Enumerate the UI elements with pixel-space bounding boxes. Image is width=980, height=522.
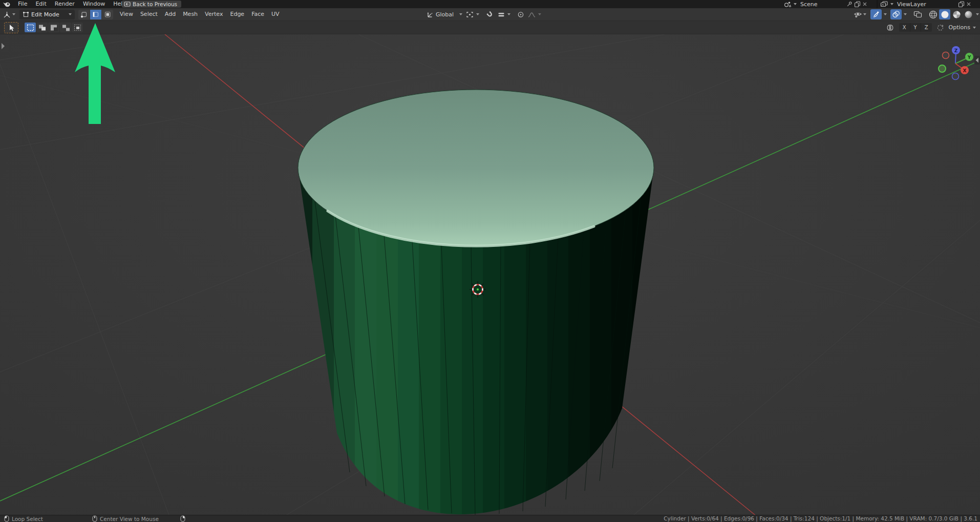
viewlayer-selector: ViewLayer — [878, 0, 980, 8]
mirror-z-toggle[interactable]: Z — [921, 23, 932, 32]
left-mouse-icon — [4, 515, 9, 522]
menu-edge[interactable]: Edge — [226, 8, 248, 20]
overlays-caret[interactable] — [904, 13, 907, 15]
back-to-previous-button[interactable]: Back to Previous — [122, 1, 181, 8]
gizmo-neg-z-ball[interactable] — [952, 73, 959, 80]
show-hide-dropdown[interactable] — [853, 9, 867, 19]
editor-type-button[interactable] — [3, 11, 15, 18]
select-set-icon — [26, 24, 35, 32]
pivot-point-dropdown[interactable] — [466, 11, 479, 18]
active-tool-button[interactable] — [4, 22, 18, 33]
tool-settings-bar: X Y Z Options — [0, 21, 980, 34]
gizmo-y-label: Y — [967, 55, 971, 60]
gizmos-icon — [872, 11, 880, 18]
menu-render[interactable]: Render — [51, 0, 79, 8]
rendered-shading-icon — [964, 10, 973, 19]
scene-name[interactable]: Scene — [800, 1, 818, 8]
remove-viewlayer-icon[interactable] — [966, 2, 971, 7]
mirror-axis-toggles: X Y Z — [899, 23, 932, 32]
viewlayer-icon[interactable] — [880, 1, 888, 7]
mirror-icon[interactable] — [886, 24, 894, 31]
mode-label: Edit Mode — [31, 11, 59, 18]
new-viewlayer-icon[interactable] — [958, 1, 965, 7]
sidebar-expand-arrow[interactable] — [974, 56, 980, 65]
menu-edit[interactable]: Edit — [31, 0, 50, 8]
gizmo-z-label: Z — [954, 48, 958, 53]
select-extend-mode-button[interactable] — [36, 23, 48, 32]
middle-mouse-icon — [92, 515, 97, 522]
menu-uv[interactable]: UV — [268, 8, 283, 20]
mode-caret — [69, 13, 72, 15]
wireframe-icon — [929, 10, 938, 19]
menu-select[interactable]: Select — [137, 8, 161, 20]
select-subtract-mode-button[interactable] — [48, 23, 59, 32]
select-mode-options — [25, 23, 83, 32]
select-invert-mode-button[interactable] — [60, 23, 71, 32]
menu-file[interactable]: File — [14, 0, 31, 8]
menu-view[interactable]: View — [116, 8, 137, 20]
blender-logo-icon[interactable] — [3, 1, 11, 8]
gizmos-caret[interactable] — [884, 13, 887, 15]
xray-toggle[interactable] — [912, 9, 923, 19]
proportional-editing-icon[interactable] — [517, 11, 524, 18]
gizmo-neg-x-ball[interactable] — [943, 52, 949, 59]
snap-target-icon[interactable] — [498, 11, 505, 18]
viewlayer-dropdown-caret[interactable] — [890, 3, 893, 5]
select-intersect-mode-button[interactable] — [72, 23, 83, 32]
solid-shading-icon — [941, 10, 949, 19]
shading-rendered-button[interactable] — [963, 9, 974, 19]
options-label: Options — [949, 24, 970, 31]
overlays-toggle[interactable] — [890, 9, 902, 19]
hint-label: Loop Select — [12, 516, 43, 522]
viewport-menus: View Select Add Mesh Vertex Edge Face UV — [116, 8, 283, 20]
pivot-point-icon — [466, 11, 474, 18]
menu-vertex[interactable]: Vertex — [201, 8, 226, 20]
mirror-y-toggle[interactable]: Y — [910, 23, 921, 32]
face-select-icon — [103, 11, 111, 18]
xray-icon — [913, 11, 922, 18]
statusbar-hint-center-view: Center View to Mouse — [92, 515, 159, 522]
menu-mesh[interactable]: Mesh — [179, 8, 201, 20]
edge-select-button[interactable] — [90, 10, 101, 19]
viewport-3d[interactable]: Z Y X — [0, 0, 980, 522]
orientation-label: Global — [436, 11, 454, 18]
proportional-falloff-icon[interactable] — [528, 11, 536, 18]
pin-icon[interactable] — [846, 1, 853, 7]
scene-icon[interactable] — [784, 1, 791, 7]
options-dropdown[interactable]: Options — [949, 24, 976, 31]
face-select-button[interactable] — [102, 10, 113, 19]
new-scene-icon[interactable] — [854, 1, 861, 7]
editor-3d-viewport-icon — [3, 11, 11, 18]
cursor-3d[interactable] — [470, 281, 486, 298]
viewlayer-name[interactable]: ViewLayer — [897, 1, 926, 8]
menu-add[interactable]: Add — [161, 8, 179, 20]
statusbar-hint-loop-select: Loop Select — [4, 515, 43, 522]
shading-caret[interactable] — [976, 13, 979, 15]
gizmos-toggle[interactable] — [870, 9, 882, 19]
scene-dropdown-caret[interactable] — [794, 3, 797, 5]
select-intersect-icon — [73, 24, 82, 32]
mirror-x-toggle[interactable]: X — [899, 23, 910, 32]
back-to-previous-label: Back to Previous — [133, 1, 177, 7]
edit-mode-icon — [23, 11, 29, 17]
select-extend-icon — [37, 24, 47, 32]
transform-orientation-dropdown[interactable]: Global — [427, 11, 462, 18]
shading-material-button[interactable] — [951, 9, 962, 19]
correct-face-attributes-icon[interactable] — [936, 24, 944, 31]
menu-face[interactable]: Face — [248, 8, 268, 20]
select-box-tool-icon — [8, 24, 15, 32]
select-set-mode-button[interactable] — [25, 23, 36, 32]
hint-label: Center View to Mouse — [100, 516, 159, 522]
back-screen-icon — [124, 2, 131, 7]
select-mode-group — [78, 10, 113, 19]
shading-wireframe-button[interactable] — [927, 9, 939, 19]
unlink-scene-icon[interactable] — [862, 2, 867, 7]
vertex-select-button[interactable] — [78, 10, 90, 19]
snap-magnet-icon[interactable] — [486, 11, 494, 18]
gizmo-neg-y-ball[interactable] — [939, 65, 946, 72]
mode-dropdown[interactable]: Edit Mode — [19, 10, 75, 19]
shading-solid-button[interactable] — [939, 9, 950, 19]
material-preview-icon — [952, 10, 961, 19]
menu-window[interactable]: Window — [79, 0, 109, 8]
shading-mode-group — [927, 9, 974, 19]
